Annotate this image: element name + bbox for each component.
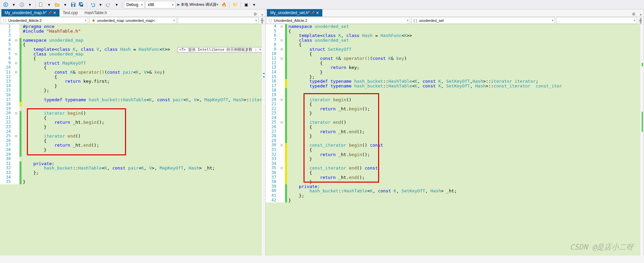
code-line[interactable]: 12 { — [0, 75, 265, 79]
config-dropdown[interactable]: Debug — [124, 1, 145, 8]
code-line[interactable]: 32 return _ht.begin(); — [266, 152, 644, 157]
run-button[interactable]: ▶ 本地 Windows 调试器 ▾ — [176, 1, 219, 8]
code-line[interactable]: 4⊟namespace unoderded_map — [0, 38, 265, 43]
window-dd[interactable]: ▾ — [250, 1, 258, 8]
gear-icon[interactable]: ⚙ — [632, 12, 636, 16]
tabs-overflow-icon[interactable]: ▾ — [261, 13, 263, 16]
code-line[interactable]: 29 — [0, 152, 265, 157]
nav-dd[interactable]: ▾ — [26, 1, 34, 8]
fold-toggle[interactable]: ⊟ — [278, 143, 285, 148]
code-line[interactable]: 34 — [266, 161, 644, 166]
redo-dd[interactable]: ▾ — [113, 1, 120, 8]
right-editor[interactable]: CSDN @是店小二呀 4⊟namespace unoderded_set5{6… — [266, 24, 644, 256]
code-line[interactable]: 41 }; — [266, 193, 644, 198]
code-line[interactable]: 22 return _ht.begin(); — [266, 107, 644, 111]
code-line[interactable]: 18 — [0, 102, 265, 107]
undo-button[interactable] — [89, 1, 96, 8]
code-line[interactable]: 23 } — [0, 125, 265, 129]
code-line[interactable]: 36 { — [266, 171, 644, 175]
file-tab[interactable]: Test.cpp — [59, 9, 81, 16]
code-line[interactable]: 2#include "HashTable.h" — [0, 29, 265, 34]
code-line[interactable]: 31 private: — [0, 161, 265, 166]
code-line[interactable]: 15 }; — [266, 75, 644, 79]
code-line[interactable]: 42} — [266, 198, 644, 203]
code-line[interactable]: 16 typedef typename hash_bucket::HashTab… — [266, 79, 644, 84]
fold-toggle[interactable]: ⊟ — [278, 120, 285, 125]
code-line[interactable]: 8 { — [266, 42, 644, 47]
fold-toggle[interactable]: ⊟ — [13, 52, 19, 57]
pin-icon[interactable]: 📌 — [311, 11, 315, 14]
crumb-member[interactable] — [556, 17, 637, 24]
code-line[interactable]: 26 { — [266, 125, 644, 129]
code-line[interactable]: 27 return _ht.end(); — [0, 143, 265, 148]
code-line[interactable]: 20⊟ iterator begin() — [0, 111, 265, 116]
fold-toggle[interactable]: ⊟ — [13, 38, 19, 43]
fold-toggle[interactable]: ⊟ — [278, 38, 285, 43]
code-line[interactable]: 27 return _ht.end(); — [266, 129, 644, 134]
crumb-project[interactable]: ⬚Unoderded_Aiticle.2 — [1, 17, 88, 24]
redo-button[interactable] — [105, 1, 112, 8]
code-line[interactable]: 6 template<class K, class V, class Hash … — [0, 47, 265, 52]
code-line[interactable]: 21 { — [0, 116, 265, 120]
code-line[interactable]: 8 { — [0, 56, 265, 61]
folder-icon[interactable]: 📁 — [231, 1, 239, 8]
code-line[interactable]: 29 — [266, 139, 644, 143]
code-line[interactable]: 17 typedef typename hash_bucket::HashTab… — [0, 98, 265, 102]
save-all-button[interactable] — [78, 1, 85, 8]
code-line[interactable]: 32 hash_bucket::HashTable<K, const pair<… — [0, 166, 265, 171]
code-line[interactable]: 39 private: — [266, 184, 644, 189]
fold-toggle[interactable]: ⊟ — [13, 111, 19, 116]
flame-icon[interactable]: 🔥 — [220, 1, 228, 8]
code-line[interactable]: 34 — [0, 175, 265, 180]
code-line[interactable]: 22 return _ht.begin(); — [0, 120, 265, 125]
code-line[interactable]: 21 { — [266, 102, 644, 107]
code-line[interactable]: 35⊟ const_iterator end() const — [266, 166, 644, 171]
code-line[interactable]: 12 { — [266, 61, 644, 66]
code-line[interactable]: 35} — [0, 180, 265, 184]
code-line[interactable]: 18 — [266, 88, 644, 93]
code-line[interactable]: 33 } — [266, 157, 644, 161]
fold-toggle[interactable]: ⊟ — [13, 70, 19, 75]
code-line[interactable]: 13 return key.first; — [0, 79, 265, 84]
code-line[interactable]: 11⊟ const K& operator()(const pair<K, V>… — [0, 70, 265, 75]
code-line[interactable]: 19 — [266, 93, 644, 98]
code-line[interactable]: 3 — [0, 33, 265, 38]
fold-toggle[interactable]: ⊟ — [278, 56, 285, 61]
code-line[interactable]: 25⊟ iterator end() — [266, 120, 644, 125]
code-line[interactable]: 33 }; — [0, 171, 265, 175]
code-line[interactable]: 38 } — [266, 180, 644, 184]
code-line[interactable]: 24 — [266, 116, 644, 120]
fold-toggle[interactable]: ⊟ — [278, 98, 285, 102]
code-line[interactable]: 7⊟ class unoderded_map — [0, 52, 265, 57]
code-line[interactable]: 10 { — [266, 52, 644, 57]
code-line[interactable]: 9⊟ struct SetKeyOfT — [266, 47, 644, 52]
code-line[interactable]: 30⊟ const_iterator begin() const — [266, 143, 644, 148]
code-line[interactable]: 30 — [0, 157, 265, 161]
code-line[interactable]: 5{ — [266, 29, 644, 34]
fold-toggle[interactable]: ⊟ — [13, 134, 19, 139]
close-icon[interactable]: ✕ — [316, 11, 319, 15]
code-line[interactable]: 37 return _ht.end(); — [266, 175, 644, 180]
code-line[interactable]: 7⊟ class unoderded_set — [266, 38, 644, 43]
save-button[interactable] — [70, 1, 77, 8]
crumb-member[interactable] — [178, 17, 258, 24]
file-tab[interactable]: My_unoderded_set.h* 📌✕ — [267, 9, 322, 16]
pin-icon[interactable]: 📌 — [48, 11, 52, 14]
code-line[interactable]: 19 — [0, 107, 265, 111]
crumb-project[interactable]: ⬚Unoderded_Aiticle.2 — [266, 17, 410, 24]
code-line[interactable]: 4⊟namespace unoderded_set — [266, 24, 644, 29]
nav-forward-button[interactable]: ▾ — [10, 1, 17, 8]
gear-icon[interactable]: ⚙ — [253, 12, 257, 16]
crumb-symbol[interactable]: ◆unoderded_map::unoderded_map< — [89, 17, 177, 24]
code-line[interactable]: 1#pragma once — [0, 24, 265, 29]
code-line[interactable]: 25⊟ iterator end() — [0, 134, 265, 139]
window-icon[interactable]: ▣ — [242, 1, 250, 8]
fold-toggle[interactable]: ⊟ — [278, 24, 285, 29]
code-line[interactable]: 5{ — [0, 42, 265, 47]
tabs-overflow-icon[interactable]: ▾ — [640, 13, 642, 16]
fold-toggle[interactable]: ⊟ — [278, 166, 285, 171]
open-dd[interactable]: ▾ — [62, 1, 69, 8]
left-editor[interactable]: 1#pragma once2#include "HashTable.h"34⊟n… — [0, 24, 265, 256]
code-line[interactable]: 20⊟ iterator begin() — [266, 98, 644, 102]
file-tab[interactable]: HashTable.h — [81, 9, 110, 16]
